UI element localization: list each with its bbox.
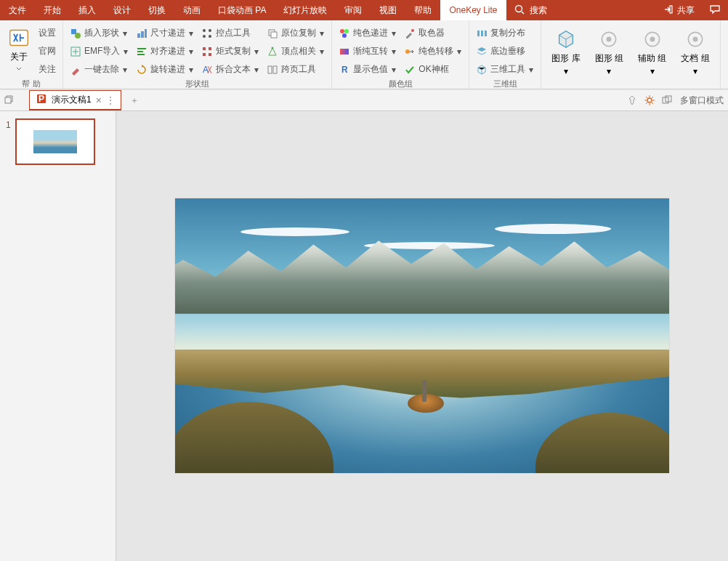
tab-slideshow[interactable]: 幻灯片放映 — [275, 0, 336, 20]
svg-point-42 — [647, 98, 652, 102]
official-site-button[interactable]: 官网 — [36, 43, 58, 60]
aux-grp-button[interactable]: 辅助 组▾ — [632, 25, 672, 79]
svg-rect-8 — [141, 31, 144, 38]
tab-animation[interactable]: 动画 — [174, 0, 209, 20]
tab-view[interactable]: 视图 — [371, 0, 405, 20]
size-step-button[interactable]: 尺寸递进▾ — [134, 25, 196, 41]
pure-step-button[interactable]: 纯色递进▾ — [336, 25, 399, 41]
insert-shape-button[interactable]: 插入形状▾ — [68, 25, 131, 41]
multi-window-icon[interactable] — [658, 92, 676, 109]
cross-page-icon — [267, 64, 278, 76]
thumbnail-panel[interactable]: 1 — [0, 111, 116, 561]
tab-pocket[interactable]: 口袋动画 PA — [209, 0, 275, 20]
tab-design[interactable]: 设计 — [105, 0, 139, 20]
group-help: 关于 设置 官网 关注 帮 助 — [0, 20, 63, 89]
svg-rect-31 — [481, 31, 483, 36]
check-icon — [404, 64, 416, 76]
document-tab[interactable]: P 演示文稿1 × ⋮ — [29, 90, 121, 110]
svg-point-25 — [344, 29, 349, 33]
show-cv-button[interactable]: R显示色值▾ — [336, 61, 399, 78]
picker-button[interactable]: 取色器 — [402, 25, 464, 41]
cross-page-button[interactable]: 跨页工具 — [264, 61, 327, 78]
shape-grp-label: 图形 组 — [595, 52, 623, 65]
tab-home[interactable]: 开始 — [35, 0, 70, 20]
dropdown-icon: ▾ — [122, 67, 128, 73]
svg-rect-39 — [5, 97, 11, 103]
align-step-icon — [136, 46, 147, 57]
dropdown-icon — [15, 65, 23, 75]
svg-point-10 — [203, 29, 206, 32]
dropdown-icon: ▾ — [391, 49, 397, 55]
add-tab-button[interactable]: ＋ — [126, 92, 143, 109]
svg-rect-7 — [137, 33, 140, 38]
settings-button[interactable]: 设置 — [36, 25, 58, 41]
dropdown-icon: ▾ — [123, 49, 129, 55]
cube-icon — [476, 64, 488, 76]
close-tab-button[interactable]: × — [96, 94, 102, 106]
dropdown-icon: ▾ — [391, 67, 397, 73]
copy-dist-button[interactable]: 复制分布 — [474, 25, 536, 41]
search-icon — [514, 4, 525, 17]
ok-frame-button[interactable]: OK神框 — [402, 61, 464, 78]
slide-image[interactable] — [175, 198, 669, 473]
share-label: 共享 — [677, 4, 695, 17]
about-label: 关于 — [10, 51, 28, 63]
ctrl-point-icon — [201, 28, 213, 39]
svg-rect-20 — [271, 32, 277, 38]
rotate-step-button[interactable]: 旋转递进▾ — [134, 61, 196, 78]
slide-thumbnail[interactable] — [15, 118, 95, 165]
doc-grp-button[interactable]: 文档 组▾ — [675, 25, 715, 79]
shape-grp-button[interactable]: 图形 组▾ — [589, 25, 629, 79]
matrix-copy-button[interactable]: 矩式复制▾ — [199, 43, 262, 60]
shape-lib-button[interactable]: 图形 库▾ — [546, 25, 586, 79]
orig-copy-button[interactable]: 原位复制▾ — [264, 25, 327, 41]
emf-icon — [70, 46, 81, 57]
pin-icon[interactable] — [623, 92, 641, 109]
group-color-label: 颜色组 — [336, 78, 464, 90]
tab-menu-icon[interactable]: ⋮ — [106, 95, 115, 105]
svg-point-36 — [650, 37, 655, 42]
ctrl-point-button[interactable]: 控点工具 — [199, 25, 262, 41]
svg-point-11 — [209, 29, 211, 32]
thumbnail-item[interactable]: 1 — [6, 118, 110, 165]
multi-window-label[interactable]: 多窗口模式 — [676, 94, 728, 107]
split-text-button[interactable]: A拆合文本▾ — [199, 61, 262, 78]
tab-file[interactable]: 文件 — [0, 0, 35, 20]
bottom-v-button[interactable]: 底边垂移 — [474, 43, 536, 60]
search-box[interactable]: 搜索 — [506, 0, 554, 20]
emf-import-button[interactable]: EMF导入▾ — [68, 43, 131, 60]
group-shape-label: 形状组 — [68, 78, 327, 90]
svg-point-34 — [607, 37, 612, 42]
broom-icon — [70, 64, 81, 76]
split-text-icon: A — [201, 64, 213, 76]
group-three: 复制分布 底边垂移 三维工具▾ 三维组 — [469, 20, 541, 89]
matrix-icon — [201, 46, 213, 57]
search-placeholder: 搜索 — [530, 4, 547, 17]
one-click-remove-button[interactable]: 一键去除▾ — [68, 61, 131, 78]
tab-help[interactable]: 帮助 — [405, 0, 440, 20]
tab-transition[interactable]: 切换 — [139, 0, 174, 20]
slide-canvas-area[interactable] — [116, 111, 728, 561]
about-button[interactable]: 关于 — [4, 25, 33, 76]
tab-review[interactable]: 审阅 — [336, 0, 371, 20]
svg-point-5 — [75, 33, 81, 39]
shape-lib-icon — [554, 28, 578, 51]
document-tab-bar: P 演示文稿1 × ⋮ ＋ 多窗口模式 — [0, 89, 728, 111]
grad-swap-button[interactable]: 渐纯互转▾ — [336, 43, 399, 60]
share-button[interactable]: 共享 — [655, 0, 702, 20]
tab-onekey[interactable]: OneKey Lite — [440, 0, 506, 20]
vertex-rel-button[interactable]: 顶点相关▾ — [264, 43, 327, 60]
align-step-button[interactable]: 对齐递进▾ — [134, 43, 196, 60]
three-tool-button[interactable]: 三维工具▾ — [474, 61, 536, 78]
dropdown-icon: ▾ — [456, 49, 462, 55]
pure-trans-button[interactable]: 纯色转移▾ — [402, 43, 464, 60]
tab-insert[interactable]: 插入 — [70, 0, 105, 20]
svg-rect-17 — [209, 53, 211, 56]
svg-point-12 — [203, 35, 206, 38]
slide[interactable] — [175, 198, 669, 473]
restore-window-icon[interactable] — [3, 94, 15, 108]
comment-button[interactable] — [702, 0, 728, 20]
attention-button[interactable]: 关注 — [36, 61, 58, 78]
gradient-icon — [339, 46, 350, 57]
gear-icon[interactable] — [641, 92, 658, 109]
